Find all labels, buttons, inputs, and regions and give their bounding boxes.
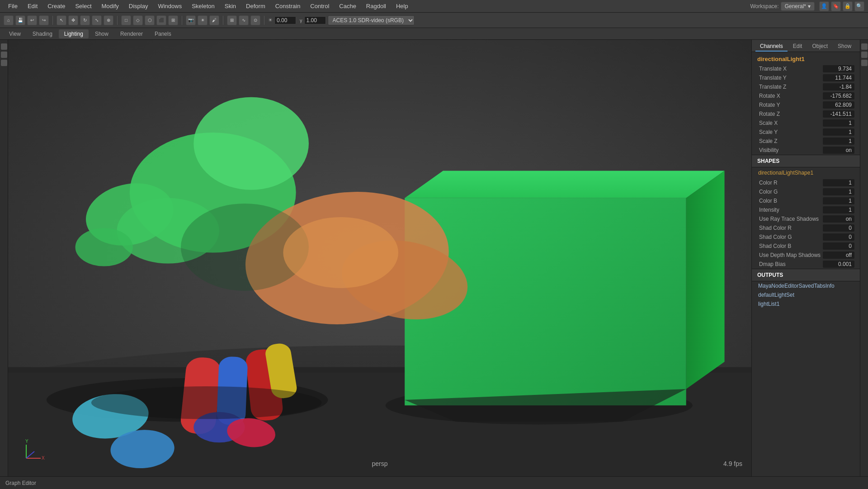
colorspace-select[interactable]: ACES 1.0 SDR-video (sRGB) [328,15,415,25]
attr-value-dmap-bias[interactable]: 0.001 [823,261,854,268]
menu-control[interactable]: Control [306,2,334,10]
menu-deform[interactable]: Deform [241,2,270,10]
rotate-btn[interactable]: ↻ [80,15,90,25]
exposure-icon: ☀ [268,17,273,23]
tab-shading[interactable]: Shading [27,29,58,38]
attr-value-shad-color-b[interactable]: 0 [823,242,854,250]
attr-value-translate-y[interactable]: 11.744 [823,74,854,81]
svg-point-26 [75,228,133,266]
menu-skin[interactable]: Skin [220,2,241,10]
attr-row: Color R 1 [752,178,860,187]
undo-btn[interactable]: ↩ [27,15,37,25]
menu-ragdoll[interactable]: Ragdoll [362,2,391,10]
move-btn[interactable]: ✥ [68,15,78,25]
attr-value-color-r[interactable]: 1 [823,179,854,186]
menu-cache[interactable]: Cache [335,2,361,10]
tab-lighting[interactable]: Lighting [59,29,89,38]
attr-value-scale-y[interactable]: 1 [823,128,854,136]
attr-value-visibility[interactable]: on [823,147,854,154]
transform-attrs: Translate X 9.734 Translate Y 11.744 Tra… [752,64,860,155]
attr-value-color-b[interactable]: 1 [823,197,854,204]
output-item-2[interactable]: lightList1 [752,299,860,309]
attr-label-visibility: Visibility [759,147,823,153]
tab-show[interactable]: Show [833,42,856,52]
snap-curve-btn[interactable]: ∿ [239,15,249,25]
viewport[interactable]: persp 4.9 fps Y X [8,40,751,476]
paint-btn[interactable]: 🖌 [209,15,219,25]
menu-windows[interactable]: Windows [153,2,186,10]
attr-value-scale-z[interactable]: 1 [823,138,854,145]
person-icon[interactable]: 👤 [819,1,829,11]
bookmark-icon[interactable]: 🔖 [831,1,841,11]
nurbs-btn[interactable]: ◇ [133,15,143,25]
attr-value-shad-color-g[interactable]: 0 [823,233,854,241]
workspace-label: Workspace: [750,3,778,9]
menu-skeleton[interactable]: Skeleton [187,2,219,10]
gamma-input[interactable] [304,16,326,24]
attr-value-translate-z[interactable]: -1.84 [823,83,854,90]
tab-renderer[interactable]: Renderer [115,29,148,38]
attr-label-intensity: Intensity [759,207,823,213]
attr-value-shad-color-r[interactable]: 0 [823,224,854,232]
sidebar-tool-icon[interactable] [1,52,7,58]
tab-edit[interactable]: Edit [788,42,807,52]
attr-value-color-g[interactable]: 1 [823,188,854,195]
menu-constrain[interactable]: Constrain [271,2,305,10]
tab-panels[interactable]: Panels [149,29,177,38]
exposure-input[interactable] [274,16,296,24]
tab-channels[interactable]: Channels [755,42,788,52]
attr-label-shad-color-g: Shad Color G [759,234,823,240]
tab-view[interactable]: View [4,29,26,38]
workspace-selector[interactable]: General* ▾ [781,2,815,11]
lattice-btn[interactable]: ⊞ [168,15,178,25]
shape-object-name: directionalLightShape1 [752,167,860,178]
attr-value-rotate-z[interactable]: -141.511 [823,110,854,118]
menu-modify[interactable]: Modify [97,2,123,10]
output-item-1[interactable]: defaultLightSet [752,290,860,299]
lock-icon[interactable]: 🔒 [843,1,853,11]
camera-btn[interactable]: 📷 [186,15,196,25]
attr-row: Translate Y 11.744 [752,73,860,82]
light-btn[interactable]: ☀ [198,15,208,25]
svg-point-11 [193,97,309,190]
outputs-section-header[interactable]: OUTPUTS [752,269,860,281]
menu-display[interactable]: Display [124,2,153,10]
right-tool-icon-2[interactable] [861,52,868,58]
subdiv-btn[interactable]: ⬡ [145,15,155,25]
scale-btn[interactable]: ⤡ [92,15,102,25]
attr-row: Shad Color B 0 [752,242,860,251]
attr-row: Rotate Y 62.809 [752,100,860,109]
right-tool-icon-1[interactable] [861,43,868,50]
menu-file[interactable]: File [4,2,22,10]
attr-value-scale-x[interactable]: 1 [823,119,854,127]
right-tool-icon-3[interactable] [861,60,868,66]
select-btn[interactable]: ↖ [57,15,66,25]
shapes-section-header[interactable]: SHAPES [752,155,860,167]
sidebar-outliner-icon[interactable] [1,43,7,50]
svg-text:Y: Y [25,439,28,444]
snap-point-btn[interactable]: ⊙ [250,15,260,25]
snap-grid-btn[interactable]: ⊞ [227,15,237,25]
mesh-btn[interactable]: ⬛ [156,15,166,25]
redo-btn[interactable]: ↪ [39,15,49,25]
transform-btn[interactable]: ⊕ [104,15,113,25]
save-btn[interactable]: 💾 [15,15,25,25]
tab-object[interactable]: Object [807,42,832,52]
home-btn[interactable]: ⌂ [4,15,14,25]
menu-edit[interactable]: Edit [23,2,42,10]
output-item-0[interactable]: MayaNodeEditorSavedTabsInfo [752,281,860,290]
menu-select[interactable]: Select [71,2,96,10]
attr-value-intensity[interactable]: 1 [823,206,854,214]
attr-value-translate-x[interactable]: 9.734 [823,65,854,72]
tab-show[interactable]: Show [90,29,114,38]
poly-btn[interactable]: □ [121,15,131,25]
attr-value-rotate-x[interactable]: -175.682 [823,92,854,100]
attr-value-rotate-y[interactable]: 62.809 [823,101,854,109]
search-icon[interactable]: 🔍 [854,1,864,11]
attr-value-use-ray-trace[interactable]: on [823,215,854,223]
attr-value-use-depth-map[interactable]: off [823,252,854,259]
sidebar-layer-icon[interactable] [1,60,7,66]
menu-help[interactable]: Help [392,2,413,10]
svg-point-25 [283,217,398,288]
menu-create[interactable]: Create [43,2,70,10]
